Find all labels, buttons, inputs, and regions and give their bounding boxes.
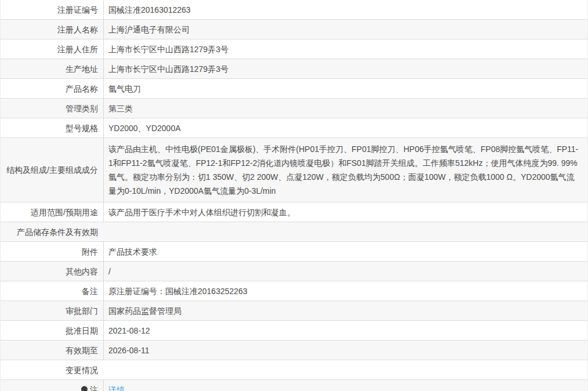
row-label-text: 注册人住所 [57, 44, 98, 55]
row-label: 注册人住所 [1, 39, 103, 59]
row-value: 第三类 [103, 99, 587, 118]
row-label: 产品名称 [1, 79, 103, 98]
table-row: 批准日期2021-08-12 [1, 321, 587, 341]
row-label: 型号规格 [1, 118, 103, 137]
row-label: 审批部门 [1, 301, 103, 320]
row-value: 国械注准20163012263 [103, 0, 587, 19]
row-label-text: 注 [90, 384, 98, 391]
row-value: YD2000、YD2000A [103, 118, 587, 137]
row-label-text: 有效期至 [66, 345, 98, 356]
row-label: 附件 [1, 242, 103, 261]
table-row: 变更情况 [1, 360, 587, 380]
row-label: 注 [1, 380, 103, 391]
row-label-text: 注册证编号 [57, 4, 98, 16]
row-label: 备注 [1, 281, 103, 301]
table-row: 备注原注册证编号：国械注准20163252263 [1, 281, 587, 301]
row-label: 注册证编号 [1, 0, 103, 19]
row-value: 产品技术要求 [103, 242, 587, 261]
row-label-text: 产品名称 [66, 83, 98, 95]
row-value [103, 360, 587, 379]
table-row: 审批部门国家药品监督管理局 [1, 301, 587, 321]
table-row: 结构及组成/主要组成成分该产品由主机、中性电极(PE01金属极板)、手术附件(H… [1, 138, 587, 202]
table-row: 附件产品技术要求 [1, 242, 587, 262]
row-label-text: 管理类别 [66, 103, 98, 114]
table-row: 注册人住所上海市长宁区中山西路1279弄3号 [1, 39, 587, 59]
row-label-text: 型号规格 [66, 122, 98, 134]
row-label-text: 注册人名称 [57, 24, 98, 35]
row-label-text: 结构及组成/主要组成成分 [6, 164, 98, 176]
row-label-text: 产品储存条件及有效期 [17, 226, 98, 238]
row-label: 适用范围/预期用途 [1, 202, 103, 222]
row-value: 原注册证编号：国械注准20163252263 [103, 281, 587, 301]
row-label: 有效期至 [1, 341, 103, 360]
row-value: 该产品用于医疗手术中对人体组织进行切割和凝血。 [103, 202, 587, 222]
row-label-text: 适用范围/预期用途 [31, 207, 98, 218]
table-row: 注册证编号国械注准20163012263 [1, 0, 587, 20]
row-label: 批准日期 [1, 321, 103, 340]
row-value: 上海市长宁区中山西路1279弄3号 [103, 59, 587, 78]
table-row: 产品储存条件及有效期 [1, 222, 587, 242]
table-row: 生产地址上海市长宁区中山西路1279弄3号 [1, 59, 587, 79]
row-label-text: 附件 [82, 246, 98, 258]
table-row: 有效期至2026-08-11 [1, 341, 587, 360]
table-row: 产品名称氩气电刀 [1, 79, 587, 99]
row-value [103, 222, 587, 241]
row-label-text: 审批部门 [66, 305, 98, 317]
table-row: 型号规格YD2000、YD2000A [1, 118, 587, 138]
row-value: 上海市长宁区中山西路1279弄3号 [103, 39, 587, 59]
table-row: 适用范围/预期用途该产品用于医疗手术中对人体组织进行切割和凝血。 [1, 202, 587, 222]
row-value: 国家药品监督管理局 [103, 301, 587, 320]
table-row: 管理类别第三类 [1, 99, 587, 118]
row-label: 产品储存条件及有效期 [1, 222, 103, 241]
row-label: 注册人名称 [1, 20, 103, 39]
row-value: 上海沪通电子有限公司 [103, 20, 587, 39]
row-label-text: 批准日期 [66, 325, 98, 336]
row-value: 2021-08-12 [103, 321, 587, 340]
row-value: 该产品由主机、中性电极(PE01金属极板)、手术附件(HP01手控刀、FP01脚… [103, 138, 587, 202]
row-value: 详情 [103, 380, 587, 391]
registration-table: 注册证编号国械注准20163012263注册人名称上海沪通电子有限公司注册人住所… [0, 0, 588, 391]
row-label-text: 备注 [82, 285, 98, 297]
detail-link[interactable]: 详情 [108, 384, 125, 391]
row-label-text: 生产地址 [66, 63, 98, 75]
row-value: 氩气电刀 [103, 79, 587, 98]
table-row: 注册人名称上海沪通电子有限公司 [1, 20, 587, 39]
row-label: 生产地址 [1, 59, 103, 78]
row-label: 其他内容 [1, 262, 103, 281]
row-label-text: 其他内容 [66, 266, 98, 277]
row-label-text: 变更情况 [66, 364, 98, 376]
row-value: 2026-08-11 [103, 341, 587, 360]
row-label: 变更情况 [1, 360, 103, 379]
table-row: 其他内容/ [1, 262, 587, 281]
row-label: 管理类别 [1, 99, 103, 118]
table-row: 注详情 [1, 380, 587, 391]
row-value: / [103, 262, 587, 281]
note-balloon-icon [81, 386, 88, 391]
row-label: 结构及组成/主要组成成分 [1, 138, 103, 202]
